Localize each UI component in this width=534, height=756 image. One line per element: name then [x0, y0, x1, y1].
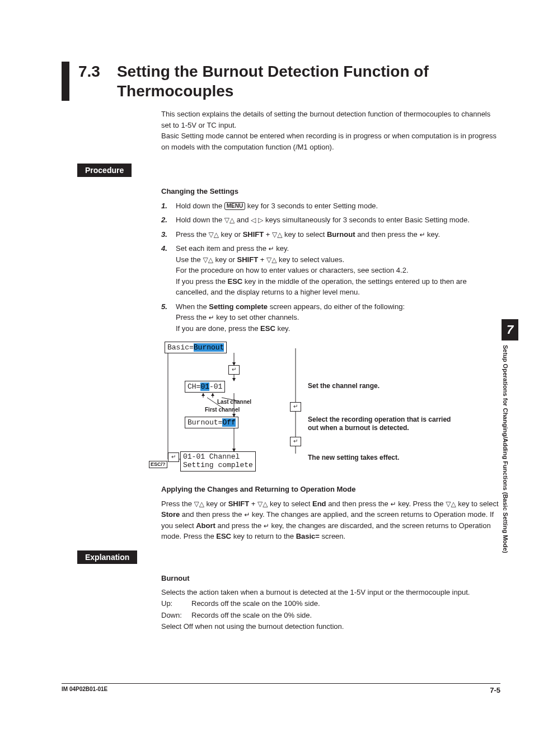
burnout-heading: Burnout: [161, 573, 500, 584]
steps-list: 1. Hold down the MENU key for 3 seconds …: [161, 200, 500, 334]
step-number: 4.: [161, 243, 176, 298]
section-title: 7.3 Setting the Burnout Detection Functi…: [62, 62, 500, 101]
footer-page: 7-5: [490, 686, 500, 694]
burnout-off-note: Select Off when not using the burnout de…: [161, 621, 500, 632]
enter-icon: ↵: [419, 231, 425, 239]
menu-key-icon: MENU: [224, 202, 245, 210]
last-channel-label: Last channel: [217, 399, 251, 405]
section-title-text: Setting the Burnout Detection Function o…: [117, 62, 500, 101]
procedure-label: Procedure: [77, 164, 132, 177]
diagram-node-complete: 01-01 Channel Setting complete: [180, 451, 256, 472]
up-text: Records off the scale on the 100% side.: [191, 598, 500, 609]
enter-key-icon: ↵: [290, 402, 301, 412]
down-text: Records off the scale on the 0% side.: [191, 610, 500, 621]
page-footer: IM 04P02B01-01E 7-5: [62, 683, 500, 694]
step-number: 1.: [161, 200, 176, 212]
enter-icon: ↵: [390, 500, 396, 508]
updown-icon: ▽△: [272, 231, 282, 239]
step-body: Hold down the MENU key for 3 seconds to …: [176, 200, 500, 212]
intro-line-1: This section explains the details of set…: [161, 109, 500, 130]
enter-icon: ↵: [264, 522, 269, 530]
step-body: When the Setting complete screen appears…: [176, 301, 500, 334]
leftright-icon: ◁ ▷: [251, 216, 263, 224]
step-body: Press the ▽△ key or SHIFT + ▽△ key to se…: [176, 229, 500, 240]
changing-settings-heading: Changing the Settings: [161, 186, 500, 197]
diagram-node-ch: CH=01-01: [185, 381, 225, 393]
updown-icon: ▽△: [446, 500, 456, 508]
updown-icon: ▽△: [266, 256, 277, 264]
enter-icon: ↵: [209, 314, 214, 321]
diagram-node-basic: Basic=Burnout: [165, 342, 227, 353]
enter-key-icon: ↵: [168, 452, 179, 462]
enter-icon: ↵: [244, 511, 250, 519]
footer-docid: IM 04P02B01-01E: [62, 686, 107, 694]
enter-icon: ↵: [268, 245, 274, 253]
updown-icon: ▽△: [257, 500, 268, 508]
diagram-annotation-3: The new setting takes effect.: [308, 454, 399, 462]
step-number: 5.: [161, 301, 176, 334]
section-number: 7.3: [78, 62, 100, 101]
diagram-annotation-2: Select the recording operation that is c…: [308, 416, 453, 432]
burnout-desc: Selects the action taken when a burnout …: [161, 587, 500, 598]
esc-key-icon: ESC/?: [149, 461, 167, 468]
step-body: Hold down the ▽△ and ◁ ▷ keys simultaneo…: [176, 214, 500, 226]
updown-icon: ▽△: [209, 231, 219, 239]
chapter-title: Setup Operations for Changing/Adding Fun…: [502, 340, 509, 614]
updown-icon: ▽△: [203, 256, 213, 264]
applying-heading: Applying the Changes and Returning to Op…: [161, 484, 500, 495]
chapter-tab: 7 Setup Operations for Changing/Adding F…: [502, 319, 518, 614]
chapter-number: 7: [502, 319, 518, 340]
svg-marker-6: [211, 393, 214, 396]
explanation-label: Explanation: [77, 550, 137, 564]
diagram-annotation-1: Set the channel range.: [308, 382, 380, 390]
up-label: Up:: [161, 598, 191, 609]
down-label: Down:: [161, 610, 191, 621]
updown-icon: ▽△: [194, 500, 204, 508]
step-body: Set each item and press the ↵ key. Use t…: [176, 243, 500, 298]
first-channel-label: First channel: [205, 407, 240, 413]
step-number: 2.: [161, 214, 176, 226]
intro-text: This section explains the details of set…: [161, 109, 500, 152]
updown-icon: ▽△: [224, 216, 235, 224]
intro-line-2: Basic Setting mode cannot be entered whe…: [161, 130, 500, 152]
enter-key-icon: ↵: [228, 365, 240, 375]
step-number: 3.: [161, 229, 176, 240]
title-bar-decoration: [62, 62, 69, 101]
flow-diagram: Basic=Burnout ↵ CH=01-01 Last channel Fi…: [161, 342, 500, 470]
burnout-options: Up: Records off the scale on the 100% si…: [161, 598, 500, 621]
applying-text: Press the ▽△ key or SHIFT + ▽△ key to se…: [161, 498, 500, 542]
enter-key-icon: ↵: [290, 437, 301, 446]
diagram-node-burnout: Burnout=Off: [185, 417, 238, 428]
svg-marker-5: [202, 393, 205, 396]
